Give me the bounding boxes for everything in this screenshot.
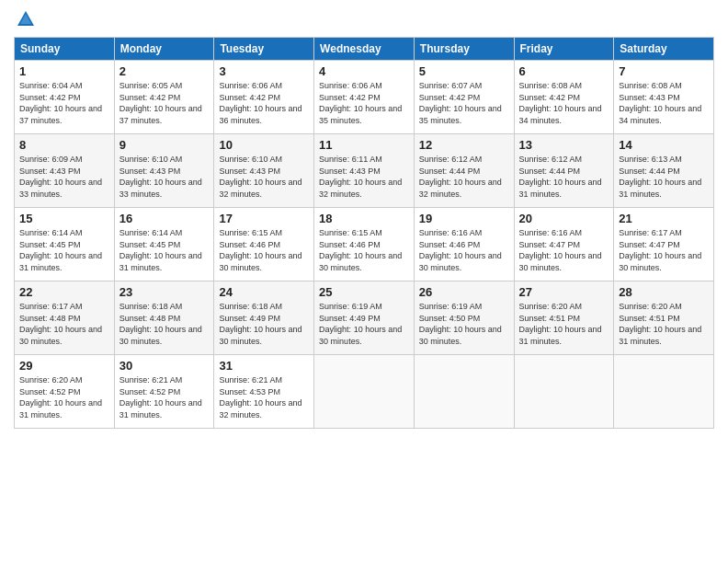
day-info: Sunrise: 6:10 AMSunset: 4:43 PMDaylight:…: [119, 155, 202, 199]
calendar-cell: 28 Sunrise: 6:20 AMSunset: 4:51 PMDaylig…: [614, 282, 714, 355]
calendar-week-4: 22 Sunrise: 6:17 AMSunset: 4:48 PMDaylig…: [15, 282, 714, 355]
day-info: Sunrise: 6:20 AMSunset: 4:51 PMDaylight:…: [619, 302, 701, 346]
day-info: Sunrise: 6:06 AMSunset: 4:42 PMDaylight:…: [319, 81, 402, 125]
calendar-cell: 4 Sunrise: 6:06 AMSunset: 4:42 PMDayligh…: [314, 61, 415, 134]
weekday-header-sunday: Sunday: [15, 38, 115, 61]
day-info: Sunrise: 6:07 AMSunset: 4:42 PMDaylight:…: [419, 81, 502, 125]
day-number: 21: [619, 212, 709, 225]
weekday-header-saturday: Saturday: [614, 38, 714, 61]
calendar-week-3: 15 Sunrise: 6:14 AMSunset: 4:45 PMDaylig…: [15, 208, 714, 282]
logo: [14, 9, 36, 29]
day-info: Sunrise: 6:15 AMSunset: 4:46 PMDaylight:…: [219, 228, 301, 272]
calendar-cell: 7 Sunrise: 6:08 AMSunset: 4:43 PMDayligh…: [614, 61, 714, 134]
calendar-cell: 31 Sunrise: 6:21 AMSunset: 4:53 PMDaylig…: [214, 355, 314, 429]
day-number: 13: [519, 138, 609, 152]
weekday-header-friday: Friday: [514, 38, 614, 61]
day-number: 5: [419, 64, 509, 78]
day-number: 19: [419, 212, 509, 225]
day-info: Sunrise: 6:21 AMSunset: 4:53 PMDaylight:…: [219, 375, 301, 419]
day-info: Sunrise: 6:06 AMSunset: 4:42 PMDaylight:…: [219, 81, 301, 125]
calendar-table: SundayMondayTuesdayWednesdayThursdayFrid…: [14, 37, 714, 429]
day-number: 1: [19, 64, 109, 78]
weekday-header-tuesday: Tuesday: [214, 38, 314, 61]
day-info: Sunrise: 6:17 AMSunset: 4:48 PMDaylight:…: [19, 302, 102, 346]
day-number: 20: [519, 212, 609, 225]
day-info: Sunrise: 6:17 AMSunset: 4:47 PMDaylight:…: [619, 228, 701, 272]
calendar-cell: 10 Sunrise: 6:10 AMSunset: 4:43 PMDaylig…: [214, 134, 314, 208]
day-number: 15: [19, 212, 109, 225]
calendar-cell: 17 Sunrise: 6:15 AMSunset: 4:46 PMDaylig…: [214, 208, 314, 282]
calendar-cell: 24 Sunrise: 6:18 AMSunset: 4:49 PMDaylig…: [214, 282, 314, 355]
calendar-cell: [314, 355, 415, 429]
day-number: 7: [619, 64, 709, 78]
day-info: Sunrise: 6:18 AMSunset: 4:49 PMDaylight:…: [219, 302, 301, 346]
day-number: 11: [319, 138, 409, 152]
calendar-cell: [514, 355, 614, 429]
day-number: 3: [219, 64, 309, 78]
day-number: 30: [119, 359, 210, 373]
calendar-cell: [414, 355, 514, 429]
day-info: Sunrise: 6:19 AMSunset: 4:50 PMDaylight:…: [419, 302, 502, 346]
day-info: Sunrise: 6:09 AMSunset: 4:43 PMDaylight:…: [19, 155, 102, 199]
calendar-cell: 11 Sunrise: 6:11 AMSunset: 4:43 PMDaylig…: [314, 134, 415, 208]
calendar-cell: 14 Sunrise: 6:13 AMSunset: 4:44 PMDaylig…: [614, 134, 714, 208]
calendar-cell: 8 Sunrise: 6:09 AMSunset: 4:43 PMDayligh…: [15, 134, 115, 208]
day-number: 29: [19, 359, 109, 373]
calendar-cell: 21 Sunrise: 6:17 AMSunset: 4:47 PMDaylig…: [614, 208, 714, 282]
day-info: Sunrise: 6:15 AMSunset: 4:46 PMDaylight:…: [319, 228, 402, 272]
calendar-cell: [614, 355, 714, 429]
day-info: Sunrise: 6:19 AMSunset: 4:49 PMDaylight:…: [319, 302, 402, 346]
day-info: Sunrise: 6:13 AMSunset: 4:44 PMDaylight:…: [619, 155, 701, 199]
calendar-cell: 5 Sunrise: 6:07 AMSunset: 4:42 PMDayligh…: [414, 61, 514, 134]
calendar-week-1: 1 Sunrise: 6:04 AMSunset: 4:42 PMDayligh…: [15, 61, 714, 134]
day-number: 17: [219, 212, 309, 225]
day-number: 18: [319, 212, 409, 225]
day-number: 9: [119, 138, 210, 152]
day-info: Sunrise: 6:18 AMSunset: 4:48 PMDaylight:…: [119, 302, 202, 346]
day-info: Sunrise: 6:16 AMSunset: 4:46 PMDaylight:…: [419, 228, 502, 272]
day-number: 27: [519, 285, 609, 299]
calendar-cell: 25 Sunrise: 6:19 AMSunset: 4:49 PMDaylig…: [314, 282, 415, 355]
day-info: Sunrise: 6:14 AMSunset: 4:45 PMDaylight:…: [119, 228, 202, 272]
calendar-cell: 22 Sunrise: 6:17 AMSunset: 4:48 PMDaylig…: [15, 282, 115, 355]
header: [14, 9, 714, 29]
day-info: Sunrise: 6:08 AMSunset: 4:43 PMDaylight:…: [619, 81, 701, 125]
day-number: 23: [119, 285, 210, 299]
day-number: 10: [219, 138, 309, 152]
weekday-header-thursday: Thursday: [414, 38, 514, 61]
day-number: 8: [19, 138, 109, 152]
weekday-header-wednesday: Wednesday: [314, 38, 415, 61]
day-number: 2: [119, 64, 210, 78]
weekday-header-monday: Monday: [114, 38, 214, 61]
calendar-week-5: 29 Sunrise: 6:20 AMSunset: 4:52 PMDaylig…: [15, 355, 714, 429]
day-number: 4: [319, 64, 409, 78]
calendar-cell: 15 Sunrise: 6:14 AMSunset: 4:45 PMDaylig…: [15, 208, 115, 282]
calendar-cell: 20 Sunrise: 6:16 AMSunset: 4:47 PMDaylig…: [514, 208, 614, 282]
day-info: Sunrise: 6:04 AMSunset: 4:42 PMDaylight:…: [19, 81, 102, 125]
calendar-cell: 1 Sunrise: 6:04 AMSunset: 4:42 PMDayligh…: [15, 61, 115, 134]
calendar-cell: 16 Sunrise: 6:14 AMSunset: 4:45 PMDaylig…: [114, 208, 214, 282]
day-info: Sunrise: 6:08 AMSunset: 4:42 PMDaylight:…: [519, 81, 602, 125]
day-number: 16: [119, 212, 210, 225]
calendar-cell: 6 Sunrise: 6:08 AMSunset: 4:42 PMDayligh…: [514, 61, 614, 134]
calendar-cell: 29 Sunrise: 6:20 AMSunset: 4:52 PMDaylig…: [15, 355, 115, 429]
day-number: 14: [619, 138, 709, 152]
calendar-cell: 2 Sunrise: 6:05 AMSunset: 4:42 PMDayligh…: [114, 61, 214, 134]
day-number: 22: [19, 285, 109, 299]
calendar-header-row: SundayMondayTuesdayWednesdayThursdayFrid…: [15, 38, 714, 61]
day-info: Sunrise: 6:20 AMSunset: 4:51 PMDaylight:…: [519, 302, 602, 346]
day-info: Sunrise: 6:12 AMSunset: 4:44 PMDaylight:…: [519, 155, 602, 199]
day-info: Sunrise: 6:11 AMSunset: 4:43 PMDaylight:…: [319, 155, 402, 199]
calendar-week-2: 8 Sunrise: 6:09 AMSunset: 4:43 PMDayligh…: [15, 134, 714, 208]
day-number: 6: [519, 64, 609, 78]
day-info: Sunrise: 6:10 AMSunset: 4:43 PMDaylight:…: [219, 155, 301, 199]
calendar-cell: 9 Sunrise: 6:10 AMSunset: 4:43 PMDayligh…: [114, 134, 214, 208]
calendar-cell: 13 Sunrise: 6:12 AMSunset: 4:44 PMDaylig…: [514, 134, 614, 208]
calendar-cell: 19 Sunrise: 6:16 AMSunset: 4:46 PMDaylig…: [414, 208, 514, 282]
calendar-cell: 27 Sunrise: 6:20 AMSunset: 4:51 PMDaylig…: [514, 282, 614, 355]
day-number: 12: [419, 138, 509, 152]
logo-icon: [16, 9, 36, 29]
calendar-cell: 12 Sunrise: 6:12 AMSunset: 4:44 PMDaylig…: [414, 134, 514, 208]
day-number: 28: [619, 285, 709, 299]
day-info: Sunrise: 6:14 AMSunset: 4:45 PMDaylight:…: [19, 228, 102, 272]
